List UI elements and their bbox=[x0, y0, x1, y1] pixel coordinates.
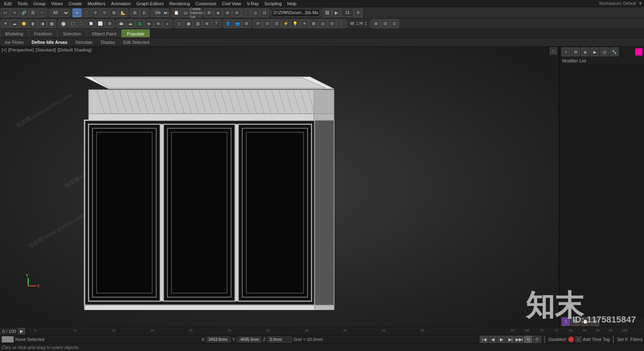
vp-shading[interactable]: [Default Shading] bbox=[58, 47, 91, 52]
vp-plus[interactable]: [+] bbox=[2, 47, 7, 52]
rp-tab-display[interactable]: ◎ bbox=[600, 47, 609, 56]
rp-tab-motion[interactable]: ▶ bbox=[590, 47, 599, 56]
tb-extra-2[interactable]: ◈ bbox=[214, 8, 223, 17]
sub-tab-ineflows[interactable]: ine Flows bbox=[2, 39, 27, 45]
menu-item-rendering[interactable]: Rendering bbox=[167, 1, 192, 6]
menu-item-group[interactable]: Group bbox=[31, 1, 48, 6]
tb2-btn-33[interactable]: ⊠ bbox=[309, 19, 318, 28]
tb2-btn-34[interactable]: ◎ bbox=[318, 19, 327, 28]
tb2-extra-3[interactable]: ⊡ bbox=[390, 19, 399, 28]
time-slider[interactable]: 5 10 15 20 25 30 35 40 45 50 55 bbox=[25, 328, 507, 335]
redo-button[interactable]: ↪ bbox=[10, 8, 19, 17]
disabled-toggle[interactable]: ○ bbox=[576, 337, 581, 342]
tb-extra-7[interactable]: ⊟ bbox=[260, 8, 269, 17]
viewport[interactable]: [+] [Perspective] [Standard] [Default Sh… bbox=[0, 47, 559, 327]
menu-item-views[interactable]: Views bbox=[49, 1, 65, 6]
anim-start[interactable]: |◀ bbox=[480, 336, 488, 343]
tb2-btn-4[interactable]: ◐ bbox=[29, 19, 37, 28]
tb2-btn-11[interactable]: ⬜ bbox=[96, 19, 105, 28]
anim-loop[interactable]: ⟲ bbox=[524, 336, 532, 343]
set-k-label[interactable]: Set K bbox=[617, 337, 628, 342]
tb-extra-6[interactable]: ◎ bbox=[251, 8, 260, 17]
tb2-btn-2[interactable]: ☁ bbox=[10, 19, 19, 28]
coord-z-value[interactable]: 0.0mm bbox=[268, 337, 292, 343]
move-button[interactable]: ✛ bbox=[91, 8, 100, 17]
unlink-button[interactable]: ⛓ bbox=[29, 8, 37, 17]
tb2-btn-36[interactable]: ⋮ bbox=[337, 19, 346, 28]
menu-item-grapheditors[interactable]: Graph Editors bbox=[134, 1, 166, 6]
link-button[interactable]: 🔗 bbox=[19, 8, 28, 17]
filters-label[interactable]: Filters bbox=[630, 337, 642, 342]
tb2-btn-20[interactable]: ▣ bbox=[184, 19, 193, 28]
tab-populate[interactable]: Populate bbox=[122, 29, 149, 37]
tb2-btn-1[interactable]: ☀ bbox=[1, 19, 10, 28]
vp-perspective[interactable]: [Perspective] bbox=[8, 47, 34, 52]
tb2-btn-32[interactable]: ☀ bbox=[300, 19, 309, 28]
render-extra-btn[interactable]: ⟳ bbox=[354, 8, 363, 17]
rp-bottom-tab-2[interactable]: ⊞ bbox=[571, 317, 580, 326]
coord-x-value[interactable]: 3453.6mm bbox=[206, 337, 231, 343]
rp-tab-hierarchy[interactable]: ◈ bbox=[581, 47, 590, 56]
anim-next-frame[interactable]: ▶| bbox=[506, 336, 514, 343]
tb2-btn-3[interactable]: 🌟 bbox=[19, 19, 28, 28]
menu-item-customize[interactable]: Customize bbox=[193, 1, 219, 6]
tb2-btn-27[interactable]: ⟳ bbox=[254, 19, 262, 28]
selection-filter-dropdown[interactable]: All bbox=[50, 9, 70, 17]
tb2-btn-35[interactable]: ⊖ bbox=[328, 19, 336, 28]
reference-coord-dropdown[interactable]: 📐 bbox=[119, 8, 128, 17]
rp-bottom-tab-4[interactable]: ⚙ bbox=[590, 317, 599, 326]
add-time-tag-label[interactable]: Add Time Tag bbox=[583, 337, 610, 342]
time-arrow-btn[interactable]: ▶ bbox=[19, 328, 25, 335]
tb2-btn-16[interactable]: ◈ bbox=[144, 19, 153, 28]
tb2-extra-2[interactable]: ⊟ bbox=[381, 19, 390, 28]
layer-mgr-button[interactable]: 📋 bbox=[172, 8, 181, 17]
rp-tab-utilities[interactable]: 🔧 bbox=[610, 47, 619, 56]
sub-tab-simulate[interactable]: Simulate bbox=[72, 39, 96, 45]
tab-modeling[interactable]: Modeling bbox=[0, 29, 29, 37]
menu-item-edit[interactable]: Edit bbox=[2, 1, 14, 6]
dropdown-arrow-workspace[interactable]: ▼ bbox=[638, 1, 642, 6]
render-frame-btn[interactable]: ▶ bbox=[332, 8, 341, 17]
menu-item-create[interactable]: Create bbox=[66, 1, 84, 6]
align-button[interactable]: ⊟ bbox=[140, 8, 149, 17]
tb2-btn-14[interactable]: ⛰ bbox=[126, 19, 135, 28]
tb-extra-5[interactable]: ⋮ bbox=[242, 8, 250, 17]
menu-item-help[interactable]: Help bbox=[285, 1, 299, 6]
tb2-btn-30[interactable]: ⚡ bbox=[281, 19, 290, 28]
create-selection-set[interactable]: Create Selection Set bbox=[193, 8, 202, 17]
tb2-btn-26[interactable]: ⚙ bbox=[242, 19, 251, 28]
sub-tab-display[interactable]: Display bbox=[97, 39, 118, 45]
vp-standard[interactable]: [Standard] bbox=[35, 47, 56, 52]
tb2-btn-9[interactable]: ⬛ bbox=[77, 19, 86, 28]
menu-item-scripting[interactable]: Scripting bbox=[262, 1, 284, 6]
rp-bottom-tab-3[interactable]: 📋 bbox=[581, 317, 590, 326]
tb-extra-4[interactable]: ⊘ bbox=[232, 8, 241, 17]
file-path-input[interactable] bbox=[272, 9, 320, 17]
bind-spacewarp-button[interactable]: 〰 bbox=[38, 8, 47, 17]
sub-tab-define-idle-areas[interactable]: Define Idle Areas bbox=[28, 39, 70, 45]
view-dropdown[interactable]: View bbox=[151, 9, 169, 17]
tb2-btn-22[interactable]: ⊕ bbox=[202, 19, 211, 28]
vp-corner-btn-1[interactable]: □ bbox=[550, 47, 557, 55]
tb2-btn-5[interactable]: ◑ bbox=[38, 19, 47, 28]
tb2-btn-12[interactable]: ⚙ bbox=[105, 19, 114, 28]
menu-item-tools[interactable]: Tools bbox=[15, 1, 30, 6]
render-setup-btn[interactable]: 🖼 bbox=[323, 8, 332, 17]
select-button[interactable]: ✦ bbox=[72, 8, 81, 17]
menu-item-civilview[interactable]: Civil View bbox=[220, 1, 244, 6]
tb2-btn-6[interactable]: ▦ bbox=[47, 19, 56, 28]
sub-tab-edit-selected[interactable]: Edit Selected bbox=[120, 39, 153, 45]
tb2-btn-10[interactable]: 🔲 bbox=[87, 19, 95, 28]
menu-item-modifiers[interactable]: Modifiers bbox=[85, 1, 108, 6]
tb-extra-3[interactable]: ⊕ bbox=[223, 8, 232, 17]
tb2-btn-13[interactable]: 🏔 bbox=[117, 19, 126, 28]
tb2-btn-31[interactable]: 💡 bbox=[291, 19, 299, 28]
tab-freeform[interactable]: Freeform bbox=[29, 29, 58, 37]
tb2-btn-29[interactable]: ☰ bbox=[272, 19, 281, 28]
timeline-right[interactable]: 60 65 70 75 80 bbox=[507, 328, 580, 335]
tb2-btn-21[interactable]: ▥ bbox=[193, 19, 202, 28]
rp-tab-modify[interactable]: ⚙ bbox=[571, 47, 580, 56]
coord-y-value[interactable]: -4695.5mm bbox=[237, 337, 262, 343]
undo-button[interactable]: ↩ bbox=[1, 8, 10, 17]
tb2-btn-8[interactable]: ◯ bbox=[68, 19, 77, 28]
